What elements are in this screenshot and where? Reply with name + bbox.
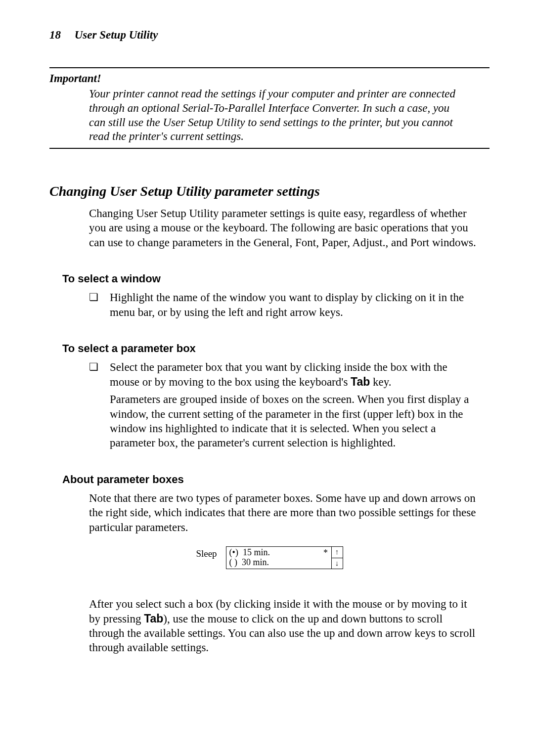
- section-title: Changing User Setup Utility parameter se…: [49, 183, 490, 199]
- list-item: Select the parameter box that you want b…: [89, 360, 480, 450]
- about-boxes-para1: Note that there are two types of paramet…: [89, 491, 480, 534]
- option-text: 15 min.: [243, 547, 270, 557]
- arrow-up-button[interactable]: ↑: [332, 547, 343, 558]
- select-window-list: Highlight the name of the window you wan…: [89, 290, 480, 319]
- divider: [49, 148, 490, 149]
- asterisk-marker: *: [320, 547, 331, 569]
- arrow-up-icon: ↑: [335, 548, 339, 556]
- important-label: Important!: [49, 72, 490, 85]
- tab-key: Tab: [144, 612, 163, 625]
- about-boxes-para2: After you select such a box (by clicking…: [89, 597, 480, 655]
- radio-unselected-icon: ( ): [229, 557, 238, 567]
- subhead-about-parameter-boxes: About parameter boxes: [62, 473, 490, 486]
- arrow-down-button[interactable]: ↓: [332, 558, 343, 569]
- important-block: Important! Your printer cannot read the …: [49, 72, 490, 144]
- parameter-figure: Sleep (•) 15 min. ( ) 30 min. * ↑ ↓: [49, 546, 490, 569]
- list-item: Highlight the name of the window you wan…: [89, 290, 480, 319]
- subhead-select-parameter: To select a parameter box: [62, 342, 490, 355]
- select-parameter-list: Select the parameter box that you want b…: [89, 360, 480, 450]
- option-text: 30 min.: [242, 557, 269, 567]
- parameter-option-1[interactable]: (•) 15 min.: [229, 548, 317, 558]
- section-intro: Changing User Setup Utility parameter se…: [89, 206, 480, 250]
- text: Select the parameter box that you want b…: [110, 361, 447, 388]
- radio-selected-icon: (•): [229, 547, 238, 557]
- arrow-down-icon: ↓: [335, 560, 339, 567]
- important-text: Your printer cannot read the settings if…: [89, 87, 490, 144]
- parameter-arrows: ↑ ↓: [331, 547, 343, 569]
- tab-key: Tab: [351, 375, 370, 388]
- text: key.: [370, 376, 391, 388]
- page: 18 User Setup Utility Important! Your pr…: [0, 0, 534, 756]
- subhead-select-window: To select a window: [62, 272, 490, 285]
- parameter-options[interactable]: (•) 15 min. ( ) 30 min.: [226, 547, 320, 569]
- page-number: 18: [49, 29, 61, 41]
- divider: [49, 67, 490, 68]
- running-head: 18 User Setup Utility: [49, 29, 490, 42]
- parameter-box[interactable]: (•) 15 min. ( ) 30 min. * ↑ ↓: [226, 546, 343, 569]
- parameter-option-2[interactable]: ( ) 30 min.: [229, 558, 317, 568]
- page-title: User Setup Utility: [75, 29, 158, 41]
- text: Parameters are grouped inside of boxes o…: [110, 393, 469, 449]
- parameter-label: Sleep: [196, 546, 217, 559]
